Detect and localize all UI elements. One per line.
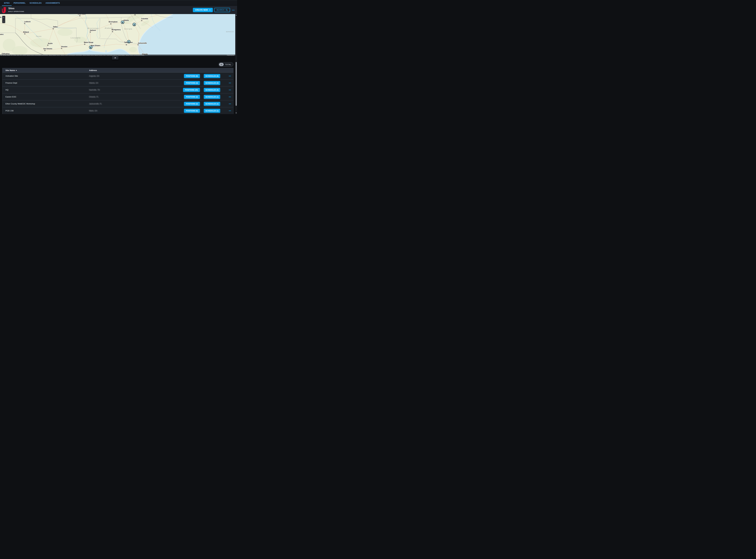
city-dot: [24, 33, 25, 34]
plus-icon: +: [209, 9, 211, 11]
city-label: Dallas: [53, 26, 58, 28]
tab-personnel[interactable]: PERSONNEL: [12, 0, 28, 6]
city-dot: [141, 20, 142, 21]
city-label: Houston: [61, 46, 67, 47]
row-more-button[interactable]: •••: [228, 75, 232, 77]
address-cell: Orlando, FL: [89, 96, 112, 98]
schedules-button[interactable]: SCHEDULES (1): [204, 109, 220, 113]
city-label: Me: [0, 17, 1, 18]
tab-assignments[interactable]: ASSIGNMENTS: [44, 0, 62, 6]
total-label: TOTAL: [225, 64, 231, 65]
header-more-button[interactable]: •••: [232, 8, 235, 12]
city-label: Lubbock: [24, 21, 30, 23]
positions-button[interactable]: POSITIONS (2): [184, 102, 200, 106]
positions-button[interactable]: POSITIONS (2): [184, 95, 200, 99]
nav-tabs: SITESPERSONNELSCHEDULESASSIGNMENTS: [2, 0, 62, 6]
collapse-map-button[interactable]: [112, 56, 118, 60]
site-name-cell: Finance Dept: [2, 82, 89, 84]
column-header-site-name[interactable]: Site Name: [2, 69, 89, 71]
city-dot: [53, 28, 54, 29]
city-label: San Antonio: [43, 48, 52, 49]
chevron-up-icon: [114, 57, 116, 58]
site-name-cell: POD 238: [2, 110, 89, 112]
city-dot: [44, 50, 45, 51]
schedules-button[interactable]: SCHEDULES (1): [204, 95, 220, 99]
table-row[interactable]: Easton EOCOrlando, FLPOSITIONS (2)SCHEDU…: [2, 93, 233, 100]
column-header-address[interactable]: Address: [89, 69, 233, 71]
map-attribution: Esri, TomTom, Garmin, FAO, NOAA, USGS, E…: [0, 54, 235, 56]
site-marker-tallahassee[interactable]: [127, 40, 130, 43]
city-dot: [24, 23, 25, 24]
site-marker-new-orleans[interactable]: [89, 46, 92, 49]
site-marker-atlanta[interactable]: [121, 21, 124, 24]
juvare-shield-logo: [2, 7, 6, 13]
city-dot: [61, 48, 62, 49]
city-dot: [126, 44, 127, 45]
city-label: Chihuahua: [2, 53, 9, 54]
row-more-button[interactable]: •••: [228, 103, 232, 105]
top-nav: SITESPERSONNELSCHEDULESASSIGNMENTS: [0, 0, 237, 6]
row-more-button[interactable]: •••: [228, 82, 232, 84]
city-dot: [137, 44, 138, 45]
scroll-down-arrow-icon[interactable]: [236, 113, 237, 113]
city-dot: [90, 31, 91, 32]
total-count-badge: 13: [219, 63, 224, 66]
table-row[interactable]: HQNashville, TNPOSITIONS (30)SCHEDULES (…: [2, 86, 233, 93]
city-label: Jackson: [90, 29, 96, 31]
create-new-button[interactable]: CREATE NEW +: [193, 8, 213, 12]
city-dot: [134, 14, 135, 15]
site-name-cell: Easton EOC: [2, 96, 89, 98]
city-label: Baton Rouge: [84, 42, 93, 43]
row-more-button[interactable]: •••: [228, 89, 232, 91]
tab-sites[interactable]: SITES: [2, 0, 12, 6]
attribution-text: Esri, TomTom, Garmin, FAO, NOAA, USGS, E…: [0, 55, 225, 56]
address-cell: Augusta, GA: [89, 75, 112, 77]
address-cell: Jacksonville, FL: [89, 103, 112, 105]
search-label: SEARCH: [217, 9, 224, 11]
row-more-button[interactable]: •••: [228, 96, 232, 98]
positions-button[interactable]: POSITIONS (30): [183, 88, 200, 92]
address-column-label: Address: [89, 69, 97, 71]
site-marker-augusta[interactable]: [133, 23, 136, 26]
city-label: Juárez: [0, 33, 4, 35]
search-icon: [226, 9, 228, 11]
tab-schedules[interactable]: SCHEDULES: [28, 0, 44, 6]
city-label: Midland: [23, 31, 29, 33]
city-label: Birmingham: [109, 21, 117, 23]
state-label: Georgia: [124, 28, 132, 30]
search-button[interactable]: SEARCH: [214, 8, 230, 12]
page-title: Sites: [8, 7, 24, 10]
row-more-button[interactable]: •••: [228, 110, 232, 112]
scroll-up-arrow-icon[interactable]: [236, 15, 237, 16]
positions-button[interactable]: POSITIONS (8): [184, 74, 200, 78]
sites-table: Site Name Address Activation SiteAugusta…: [2, 68, 234, 114]
page-subtitle: DAILY OPERATIONS: [8, 10, 24, 12]
city-label: New Orleans: [91, 45, 101, 46]
state-label: Texas: [36, 36, 42, 37]
positions-button[interactable]: POSITIONS (6): [184, 109, 200, 113]
map-view[interactable]: TexasLouisianaMississippiAlabamaGeorgiaB…: [0, 14, 235, 56]
state-label: Mississippi: [87, 27, 99, 29]
zoom-in-button[interactable]: +: [2, 16, 5, 19]
city-dot: [47, 45, 48, 46]
table-header: Site Name Address: [2, 68, 233, 72]
schedules-button[interactable]: SCHEDULES (1): [204, 102, 220, 106]
sites-page: SITESPERSONNELSCHEDULESASSIGNMENTS Sites…: [0, 0, 237, 114]
schedules-button[interactable]: SCHEDULES (6): [204, 74, 220, 78]
table-row[interactable]: Activation SiteAugusta, GAPOSITIONS (8)S…: [2, 72, 233, 80]
map-zoom-controls: + −: [2, 16, 5, 23]
total-chip: 13 TOTAL: [218, 62, 233, 67]
table-row[interactable]: POD 238Marto, GAPOSITIONS (6)SCHEDULES (…: [2, 107, 233, 114]
site-name-column-label: Site Name: [5, 69, 15, 71]
city-label: Atlanta: [124, 20, 129, 21]
site-name-cell: Ether County WebEOC Workshop: [2, 103, 89, 105]
table-row[interactable]: Ether County WebEOC WorkshopJacksonville…: [2, 100, 233, 107]
schedules-button[interactable]: SCHEDULES (2): [204, 81, 220, 85]
table-row[interactable]: Finance DeptAtlanta, GAPOSITIONS (4)SCHE…: [2, 80, 233, 86]
map-canvas: TexasLouisianaMississippiAlabamaGeorgiaB…: [0, 14, 235, 56]
schedules-button[interactable]: SCHEDULES (3): [204, 88, 220, 92]
scrollbar-thumb[interactable]: [236, 62, 237, 106]
address-cell: Nashville, TN: [89, 89, 112, 91]
zoom-out-button[interactable]: −: [2, 19, 5, 23]
positions-button[interactable]: POSITIONS (4): [184, 81, 200, 85]
